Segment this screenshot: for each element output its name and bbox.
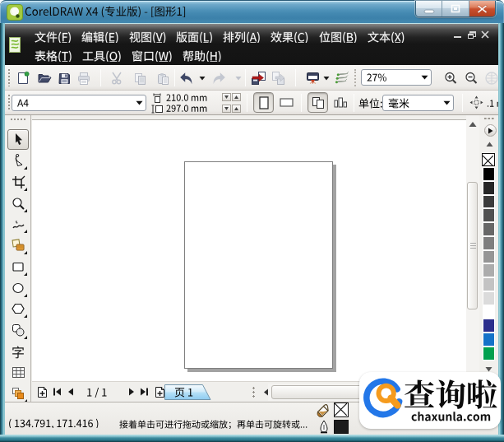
color-swatch[interactable] [483, 263, 495, 277]
previous-page-button[interactable] [63, 384, 78, 399]
open-button[interactable] [35, 68, 54, 88]
units-dropdown-arrow[interactable] [440, 100, 453, 105]
smart-fill-tool[interactable] [7, 235, 29, 256]
menu-file[interactable] [30, 26, 76, 47]
undo-dropdown-arrow[interactable] [199, 76, 206, 81]
all-pages-button[interactable] [307, 92, 328, 113]
menu-tools[interactable] [77, 45, 127, 66]
no-color-swatch[interactable] [482, 153, 495, 166]
page-tab[interactable] [164, 384, 211, 400]
import-button[interactable] [248, 68, 268, 88]
color-swatch[interactable] [483, 181, 495, 195]
color-swatch[interactable] [483, 195, 495, 209]
crop-tool[interactable] [7, 172, 29, 193]
redo-dropdown-arrow[interactable] [235, 76, 242, 81]
toolbox-grip[interactable] [10, 118, 26, 121]
copy-button[interactable] [130, 68, 150, 88]
first-page-button[interactable] [49, 384, 64, 399]
menu-text[interactable] [363, 26, 410, 47]
text-tool[interactable] [7, 342, 29, 362]
ellipse-tool[interactable] [7, 278, 29, 299]
polygon-tool[interactable] [7, 299, 29, 319]
rectangle-tool[interactable] [7, 257, 29, 277]
paper-height-field[interactable] [166, 103, 207, 114]
menu-table[interactable] [30, 45, 77, 66]
launcher-dropdown-arrow[interactable] [323, 76, 330, 81]
menu-help[interactable] [178, 45, 227, 66]
drawing-page[interactable] [184, 161, 333, 369]
shape-tool[interactable] [7, 151, 29, 171]
nudge-offset-field[interactable] [487, 97, 498, 109]
portrait-button[interactable] [253, 92, 274, 113]
menu-effects[interactable] [266, 26, 313, 47]
freehand-tool[interactable] [7, 214, 29, 235]
menu-layout[interactable] [171, 26, 218, 47]
zoom-in-button[interactable] [441, 68, 460, 88]
undo-button[interactable] [176, 68, 196, 88]
paste-button[interactable] [153, 68, 173, 88]
last-page-button[interactable] [136, 384, 151, 399]
application-launcher-button[interactable] [303, 68, 322, 88]
pick-tool[interactable] [7, 129, 29, 150]
outline-color-swatch[interactable] [334, 420, 349, 434]
color-swatch[interactable] [483, 305, 495, 319]
color-swatch[interactable] [483, 319, 495, 333]
basic-shapes-tool[interactable] [7, 320, 29, 341]
redo-button[interactable] [209, 68, 229, 88]
color-swatch[interactable] [483, 333, 495, 347]
palette-scroll-up-icon[interactable] [486, 142, 493, 147]
paper-width-field[interactable] [166, 92, 207, 103]
scroll-up-icon[interactable] [469, 121, 477, 128]
minimize-button[interactable] [416, 1, 442, 16]
zoom-tool[interactable] [7, 193, 29, 214]
restore-button[interactable] [442, 1, 469, 16]
toolbar-grip[interactable] [7, 68, 11, 86]
paper-height-spinner[interactable] [221, 105, 241, 113]
export-button[interactable] [268, 68, 288, 88]
zoom-level-combobox[interactable] [361, 69, 432, 86]
add-page-start-button[interactable] [35, 384, 49, 399]
property-bar-grip[interactable] [7, 94, 11, 111]
color-swatch[interactable] [483, 277, 495, 291]
doc-close-icon[interactable] [480, 30, 490, 39]
palette-scroll-down-icon[interactable] [485, 366, 492, 372]
color-swatch[interactable] [483, 208, 495, 222]
paper-size-combobox[interactable] [12, 95, 146, 111]
welcome-screen-button[interactable] [332, 68, 352, 88]
color-swatch[interactable] [483, 167, 495, 181]
palette-grip[interactable] [483, 117, 495, 120]
zoom-dropdown-arrow[interactable] [418, 75, 431, 80]
color-swatch[interactable] [483, 236, 495, 250]
doc-restore-icon[interactable] [467, 30, 477, 40]
canvas[interactable] [32, 115, 466, 381]
new-document-button[interactable] [13, 68, 33, 88]
fill-color-swatch[interactable] [334, 402, 349, 417]
color-swatch[interactable] [483, 222, 495, 236]
menu-arrange[interactable] [218, 26, 266, 47]
menu-window[interactable] [127, 45, 178, 66]
color-swatch[interactable] [483, 291, 495, 305]
vertical-scrollbar[interactable] [466, 115, 479, 381]
menu-edit[interactable] [76, 26, 124, 47]
current-page-button[interactable] [331, 92, 351, 113]
save-button[interactable] [54, 68, 74, 88]
paper-width-spinner[interactable] [221, 93, 241, 101]
palette-flyout-button[interactable] [484, 124, 497, 137]
zoom-out-button[interactable] [461, 68, 481, 88]
vertical-scroll-thumb[interactable] [467, 182, 478, 309]
table-tool[interactable] [7, 362, 29, 383]
zoom-page-button[interactable] [482, 68, 498, 88]
title-bar[interactable] [0, 0, 504, 23]
doc-minimize-icon[interactable] [453, 30, 463, 39]
navbar-splitter[interactable] [252, 386, 255, 398]
paper-size-dropdown-arrow[interactable] [132, 100, 146, 105]
color-swatch[interactable] [483, 347, 495, 361]
menu-view[interactable] [124, 26, 172, 47]
menu-bitmaps[interactable] [314, 26, 363, 47]
close-button[interactable] [469, 1, 495, 16]
print-button[interactable] [74, 68, 94, 88]
document-icon[interactable] [8, 36, 22, 54]
color-swatch[interactable] [483, 250, 495, 264]
landscape-button[interactable] [276, 92, 297, 113]
units-combobox[interactable] [382, 95, 454, 111]
